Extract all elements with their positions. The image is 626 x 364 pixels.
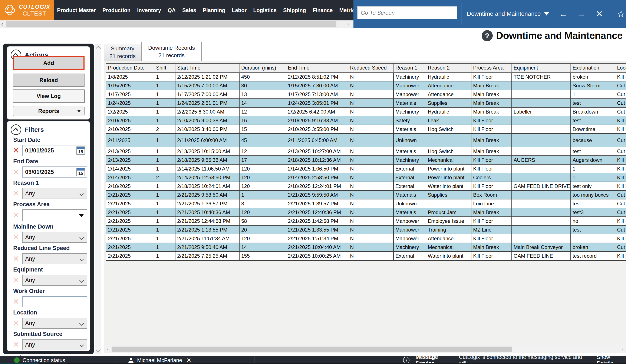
grid-cell[interactable]: 1: [154, 165, 175, 173]
grid-cell[interactable]: Materials: [394, 99, 426, 107]
table-row[interactable]: 2/14/202512/14/2025 11:06:50 AM1202/14/2…: [106, 165, 626, 173]
grid-cell[interactable]: 1/15/2025: [106, 81, 154, 90]
grid-cell[interactable]: Attendance: [426, 234, 471, 243]
add-button[interactable]: Add: [13, 56, 84, 70]
grid-cell[interactable]: 1: [154, 191, 175, 199]
grid-cell[interactable]: N: [348, 208, 394, 216]
grid-cell[interactable]: test: [571, 199, 615, 208]
grid-cell[interactable]: Main Break: [471, 90, 512, 99]
grid-cell[interactable]: Main Break: [471, 81, 512, 90]
grid-cell[interactable]: 2/14/2025 12:58:50 PM: [175, 173, 239, 182]
tab-summary[interactable]: Summary 21 records: [104, 44, 141, 61]
grid-cell[interactable]: 2/11/2025: [106, 134, 154, 147]
scrollbar-thumb[interactable]: [112, 347, 512, 352]
grid-cell[interactable]: Main Break: [471, 134, 512, 147]
grid-cell[interactable]: 1: [154, 73, 175, 81]
column-header[interactable]: Explanation: [571, 64, 615, 72]
grid-cell[interactable]: 16: [239, 116, 286, 125]
grid-cell[interactable]: Mechanical: [426, 156, 471, 164]
grid-cell[interactable]: 2/21/2025 1:33:55 PM: [286, 226, 348, 234]
grid-cell[interactable]: Coolers: [471, 173, 512, 182]
grid-cell[interactable]: Kill Floor: [615, 125, 626, 133]
sidebar-scrollbar[interactable]: [95, 44, 101, 354]
grid-cell[interactable]: 2/21/2025: [106, 226, 154, 234]
grid-cell[interactable]: Breakdown: [571, 108, 615, 116]
filter-work-order-input[interactable]: [22, 296, 87, 307]
grid-cell[interactable]: External: [394, 252, 426, 260]
table-row[interactable]: 2/18/202512/18/2025 10:24:01 AM1202/18/2…: [106, 182, 626, 191]
grid-cell[interactable]: 2/2/2025 6:42:00 AM: [286, 108, 348, 116]
grid-cell[interactable]: 2/21/2025: [106, 191, 154, 199]
grid-cell[interactable]: Labeller: [512, 108, 571, 116]
grid-cell[interactable]: 2/18/2025 9:55:36 AM: [175, 156, 239, 164]
grid-cell[interactable]: 20: [239, 226, 286, 234]
grid-cell[interactable]: 2/14/2025: [106, 173, 154, 182]
grid-cell[interactable]: test: [571, 116, 615, 125]
grid-cell[interactable]: Safety: [394, 116, 426, 125]
grid-cell[interactable]: Cut Floor: [615, 208, 626, 216]
grid-cell[interactable]: [512, 208, 571, 216]
grid-cell[interactable]: 1: [154, 226, 175, 234]
grid-cell[interactable]: MZ Line: [471, 226, 512, 234]
grid-cell[interactable]: 2: [154, 173, 175, 182]
table-row[interactable]: 2/21/202512/21/2025 9:58:50 AM12/21/2025…: [106, 191, 626, 199]
grid-cell[interactable]: Machinery: [394, 156, 426, 164]
column-header[interactable]: Process Area: [471, 64, 512, 72]
grid-cell[interactable]: 3: [239, 199, 286, 208]
grid-cell[interactable]: Kill Floor: [471, 165, 512, 173]
grid-cell[interactable]: Leak: [426, 116, 471, 125]
table-row[interactable]: 2/11/202512/11/2025 6:00:00 AM452/11/202…: [106, 134, 626, 147]
column-header[interactable]: Reason 1: [394, 64, 426, 72]
grid-cell[interactable]: 2/21/2025 10:04:40 AM: [286, 243, 348, 251]
grid-cell[interactable]: Manpower: [394, 90, 426, 99]
grid-horizontal-scrollbar[interactable]: ‹ ›: [106, 346, 624, 353]
grid-cell[interactable]: External: [394, 173, 426, 182]
clear-filter-icon-equipment[interactable]: ✕: [12, 276, 20, 284]
grid-cell[interactable]: Materials: [394, 147, 426, 155]
grid-cell[interactable]: 2/21/2025 10:40:36 AM: [175, 208, 239, 216]
grid-cell[interactable]: 17: [239, 156, 286, 164]
grid-cell[interactable]: [512, 125, 571, 133]
scroll-left-icon[interactable]: ‹: [1, 21, 3, 28]
grid-cell[interactable]: Kill Floor: [615, 217, 626, 225]
grid-cell[interactable]: 2/13/2025 10:15:00 AM: [175, 147, 239, 155]
grid-cell[interactable]: 1/24/2025 2:51:01 PM: [175, 99, 239, 107]
grid-cell[interactable]: Kill Floor: [471, 217, 512, 225]
grid-cell[interactable]: Kill Floor: [471, 156, 512, 164]
table-row[interactable]: 1/17/202511/17/2025 7:00:00 AM131/17/202…: [106, 90, 626, 99]
menu-item-sales[interactable]: Sales: [182, 7, 196, 13]
menu-item-labor[interactable]: Labor: [232, 7, 247, 13]
grid-cell[interactable]: test: [571, 99, 615, 107]
grid-cell[interactable]: Loin Line: [471, 199, 512, 208]
grid-cell[interactable]: [571, 234, 615, 243]
grid-cell[interactable]: N: [348, 90, 394, 99]
grid-cell[interactable]: [512, 116, 571, 125]
grid-cell[interactable]: Kill Floor: [615, 116, 626, 125]
grid-cell[interactable]: Kill Floor: [471, 125, 512, 133]
table-row[interactable]: 2/10/202522/10/2025 3:40:00 PM152/10/202…: [106, 125, 626, 134]
grid-cell[interactable]: 1: [154, 90, 175, 99]
grid-cell[interactable]: 2/10/2025 9:16:38 AM: [286, 116, 348, 125]
grid-cell[interactable]: 2/10/2025: [106, 116, 154, 125]
grid-cell[interactable]: 2: [154, 125, 175, 133]
filter-start-date-input[interactable]: 01/01/202515: [22, 145, 87, 156]
column-header[interactable]: Duration (mins): [239, 64, 286, 72]
grid-cell[interactable]: 2/21/2025 10:00:25 AM: [286, 252, 348, 260]
tab-downtime-records[interactable]: Downtime Records 21 records: [141, 42, 202, 61]
table-row[interactable]: 2/21/202512/21/2025 1:13:55 PM202/21/202…: [106, 226, 626, 234]
grid-cell[interactable]: GAM FEED LINE: [512, 252, 571, 260]
grid-cell[interactable]: 1: [154, 134, 175, 147]
grid-cell[interactable]: 2/13/2025 10:27:00 AM: [286, 147, 348, 155]
menu-item-logistics[interactable]: Logistics: [253, 7, 276, 13]
menu-item-metrics[interactable]: Metrics: [339, 7, 353, 13]
grid-cell[interactable]: Supplies: [426, 99, 471, 107]
grid-cell[interactable]: N: [348, 217, 394, 225]
grid-cell[interactable]: 30: [239, 81, 286, 90]
grid-cell[interactable]: N: [348, 125, 394, 133]
grid-cell[interactable]: Unknown: [394, 199, 426, 208]
grid-cell[interactable]: Hydraulic: [426, 108, 471, 116]
grid-cell[interactable]: Main Break: [471, 243, 512, 251]
grid-cell[interactable]: Hydraulic: [426, 73, 471, 81]
grid-cell[interactable]: Augers down: [571, 156, 615, 164]
grid-cell[interactable]: TOE NOTCHER: [512, 73, 571, 81]
